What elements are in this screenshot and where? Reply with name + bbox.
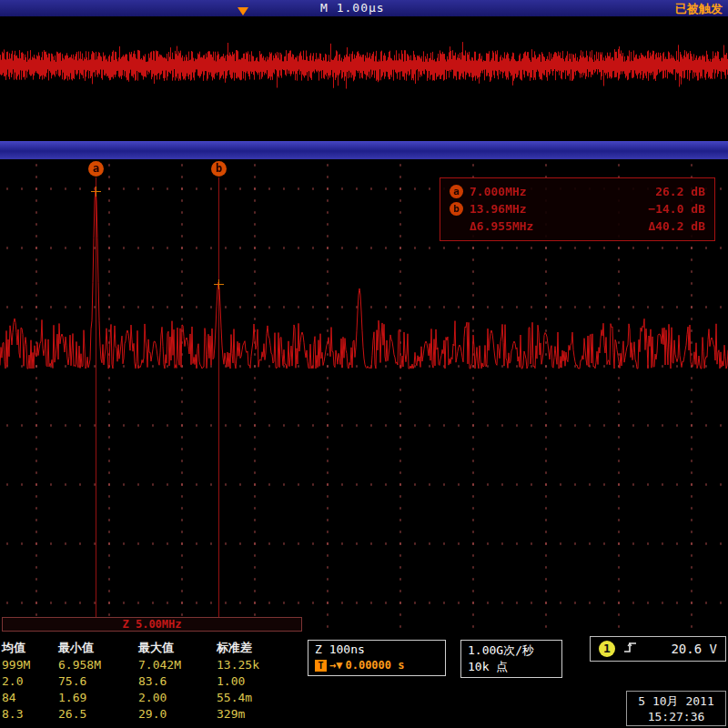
time-waveform-canvas	[0, 16, 728, 141]
trigger-level-readout: 20.6 V	[671, 642, 717, 656]
meas-cell: 55.4m	[217, 691, 293, 707]
meas-cell: 2.00	[138, 691, 217, 707]
zoom-timebase-readout: Z 100ns	[315, 642, 439, 656]
sample-rate-readout: 1.00G次/秒	[468, 642, 555, 659]
cursor-readout-box: a 7.000MHz 26.2 dB b 13.96MHz −14.0 dB Δ…	[440, 177, 715, 241]
zoom-timebase-box: Z 100ns T →▼ 0.00000 s	[308, 640, 446, 676]
trigger-arrow-icon: →▼	[329, 659, 342, 672]
trigger-position-marker-icon	[238, 7, 248, 15]
acquisition-box: 1.00G次/秒 10k 点	[460, 640, 562, 678]
cursor-delta-badge-spacer	[450, 219, 463, 233]
meas-cell: 75.6	[58, 674, 138, 691]
meas-cell: 13.25k	[217, 658, 293, 674]
cursor-delta-readout-row: Δ6.955MHz Δ40.2 dB	[450, 217, 705, 235]
meas-header-mean: 均值	[2, 640, 58, 658]
top-status-bar: M 1.00μs 已被触发	[0, 0, 728, 16]
cursor-b-handle[interactable]: b	[211, 161, 227, 177]
cursor-b-level: −14.0 dB	[648, 202, 705, 216]
trigger-status-label: 已被触发	[675, 1, 723, 17]
meas-cell: 83.6	[138, 674, 217, 691]
meas-header-max: 最大值	[138, 640, 217, 658]
center-frequency-bar: Z 5.00MHz	[2, 617, 302, 632]
main-timebase-readout: M 1.00μs	[320, 1, 385, 15]
meas-cell: 999M	[2, 658, 58, 674]
date-readout: 5 10月 2011	[627, 693, 725, 709]
bottom-status-panel: 均值 最小值 最大值 标准差 999M 6.958M 7.042M 13.25k…	[0, 632, 728, 728]
time-readout: 15:27:36	[627, 709, 725, 724]
meas-cell: 1.00	[217, 674, 293, 691]
meas-header-min: 最小值	[58, 640, 138, 658]
oscilloscope-screen: M 1.00μs 已被触发 a b a 7.000MHz 26.2 dB b 1…	[0, 0, 728, 728]
fft-graticule: a b a 7.000MHz 26.2 dB b 13.96MHz −14.0 …	[0, 159, 728, 632]
meas-cell: 1.69	[58, 691, 138, 707]
edge-slope-icon	[623, 641, 638, 658]
cursor-a-readout-row: a 7.000MHz 26.2 dB	[450, 183, 705, 200]
meas-cell: 6.958M	[58, 658, 138, 674]
trigger-t-icon: T	[315, 660, 327, 672]
meas-cell: 7.042M	[138, 658, 217, 674]
cursor-a-handle[interactable]: a	[88, 161, 104, 177]
trigger-position-row: T →▼ 0.00000 s	[315, 659, 439, 672]
meas-cell: 29.0	[138, 707, 217, 723]
datetime-box: 5 10月 2011 15:27:36	[626, 691, 726, 726]
meas-cell: 329m	[217, 707, 293, 723]
cursor-delta-level: Δ40.2 dB	[648, 219, 705, 233]
cursor-a-level: 26.2 dB	[655, 185, 705, 198]
cursor-delta-frequency: Δ6.955MHz	[470, 219, 533, 233]
cursor-b-cross-icon	[214, 279, 224, 289]
trigger-position-readout: 0.00000 s	[345, 659, 404, 672]
cursor-b-readout-row: b 13.96MHz −14.0 dB	[450, 200, 705, 217]
trigger-source-box: 1 20.6 V	[590, 636, 726, 662]
cursor-b-frequency: 13.96MHz	[470, 202, 527, 216]
cursor-b-badge: b	[450, 202, 463, 216]
record-length-readout: 10k 点	[468, 659, 555, 675]
meas-cell: 2.0	[2, 674, 58, 691]
cursor-a-badge: a	[450, 185, 463, 198]
cursor-a-cross-icon	[91, 187, 101, 197]
channel-1-badge: 1	[599, 641, 615, 657]
meas-cell: 8.3	[2, 707, 58, 723]
pane-separator	[0, 141, 728, 159]
meas-header-stddev: 标准差	[217, 640, 293, 658]
measurement-table: 均值 最小值 最大值 标准差 999M 6.958M 7.042M 13.25k…	[2, 640, 293, 723]
cursor-a-frequency: 7.000MHz	[470, 185, 527, 198]
meas-cell: 26.5	[58, 707, 138, 723]
meas-cell: 84	[2, 691, 58, 707]
